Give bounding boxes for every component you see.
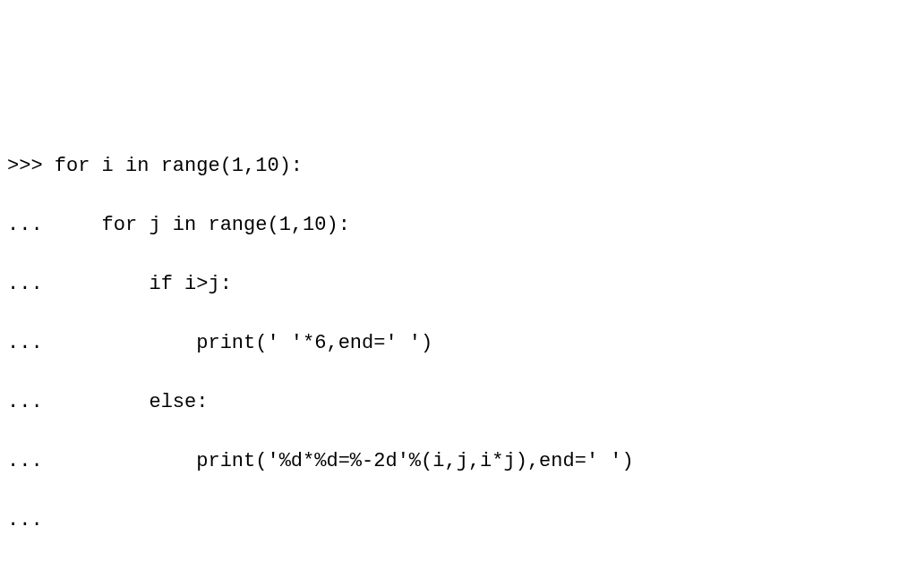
terminal-output: >>> for i in range(1,10): ... for j in r… (7, 122, 917, 569)
code-line: >>> for i in range(1,10): (7, 151, 917, 181)
code-line: ... for j in range(1,10): (7, 210, 917, 240)
code-line: ... else: (7, 387, 917, 417)
code-line: ... if i>j: (7, 269, 917, 299)
code-line: ... print(' '*6,end=' ') (7, 328, 917, 358)
code-line: ... print('%d*%d=%-2d'%(i,j,i*j),end=' '… (7, 446, 917, 476)
code-line: [... print('') (7, 565, 917, 569)
code-line: ... (7, 505, 917, 535)
